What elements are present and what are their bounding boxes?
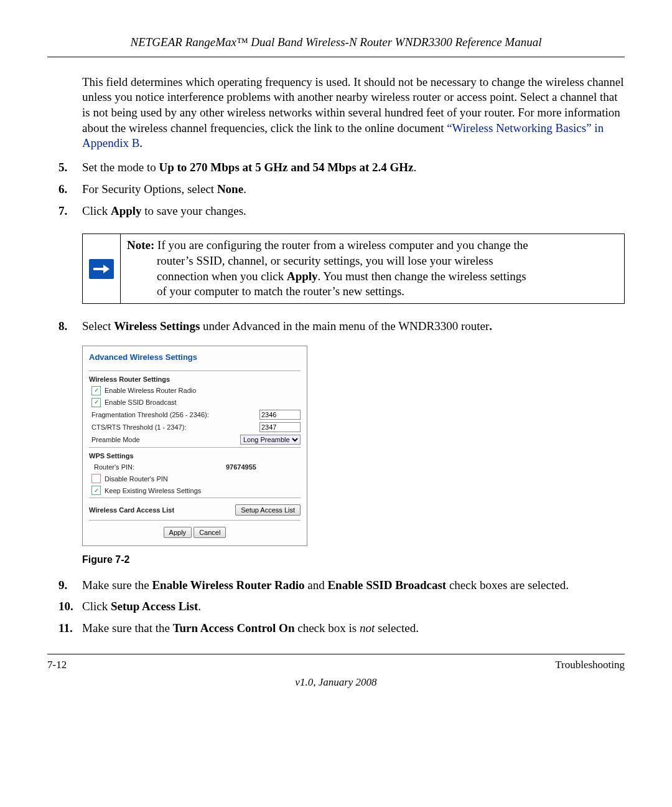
step-number: 6. (58, 182, 82, 197)
step-body: For Security Options, select None. (82, 182, 625, 197)
step-number: 11. (58, 621, 82, 636)
figure-caption: Figure 7-2 (82, 554, 625, 567)
label-disable-pin: Disable Router's PIN (105, 474, 301, 483)
step-body: Set the mode to Up to 270 Mbps at 5 GHz … (82, 160, 625, 176)
label-frag-threshold: Fragmentation Threshold (256 - 2346): (91, 410, 259, 419)
label-preamble-mode: Preamble Mode (91, 435, 240, 444)
apply-button[interactable]: Apply (164, 527, 192, 538)
note-box: Note: If you are configuring the router … (82, 234, 625, 304)
steps-list: 9. Make sure the Enable Wireless Router … (58, 578, 625, 636)
steps-list: 5. Set the mode to Up to 270 Mbps at 5 G… (58, 160, 625, 219)
footer-section: Troubleshooting (555, 658, 625, 672)
page-number: 7-12 (47, 658, 67, 672)
label-cts-threshold: CTS/RTS Threshold (1 - 2347): (91, 423, 259, 432)
note-icon-cell (83, 234, 121, 303)
note-text: Note: If you are configuring the router … (121, 234, 534, 303)
checkbox-enable-radio[interactable]: ✓ (91, 386, 101, 395)
step-body: Click Setup Access List. (82, 599, 625, 615)
cancel-button[interactable]: Cancel (194, 527, 226, 538)
input-frag-threshold[interactable] (259, 410, 301, 420)
panel-title: Advanced Wireless Settings (89, 352, 301, 363)
checkbox-keep-settings[interactable]: ✓ (91, 486, 101, 495)
value-router-pin: 97674955 (226, 463, 301, 471)
label-keep-settings: Keep Existing Wireless Settings (105, 486, 301, 495)
checkbox-disable-pin[interactable]: ✓ (91, 474, 101, 483)
step-body: Click Apply to save your changes. (82, 204, 625, 219)
select-preamble-mode[interactable]: Long Preamble (240, 435, 301, 445)
steps-list: 8. Select Wireless Settings under Advanc… (58, 319, 625, 334)
step-body: Make sure the Enable Wireless Router Rad… (82, 578, 625, 593)
page-footer: 7-12 Troubleshooting (47, 654, 625, 672)
label-router-pin: Router's PIN: (94, 463, 226, 471)
section-wps: WPS Settings (89, 451, 301, 460)
checkbox-enable-ssid[interactable]: ✓ (91, 398, 101, 407)
label-enable-ssid: Enable SSID Broadcast (105, 398, 301, 407)
step-number: 8. (58, 319, 82, 334)
step-number: 10. (58, 599, 82, 615)
step-number: 9. (58, 578, 82, 593)
version-line: v1.0, January 2008 (47, 676, 625, 689)
page-header: NETGEAR RangeMax™ Dual Band Wireless-N R… (47, 35, 625, 57)
step-body: Make sure that the Turn Access Control O… (82, 621, 625, 636)
setup-access-list-button[interactable]: Setup Access List (235, 504, 301, 516)
arrow-icon (89, 259, 114, 279)
step-number: 7. (58, 204, 82, 219)
step-body: Select Wireless Settings under Advanced … (82, 319, 625, 334)
settings-screenshot: Advanced Wireless Settings Wireless Rout… (82, 346, 307, 546)
label-enable-radio: Enable Wireless Router Radio (105, 386, 301, 395)
input-cts-threshold[interactable] (259, 422, 301, 432)
intro-period: . (139, 136, 142, 149)
step-number: 5. (58, 160, 82, 176)
section-access-list: Wireless Card Access List (89, 506, 235, 514)
intro-paragraph: This field determines which operating fr… (82, 75, 625, 151)
section-wireless-router: Wireless Router Settings (89, 375, 301, 384)
